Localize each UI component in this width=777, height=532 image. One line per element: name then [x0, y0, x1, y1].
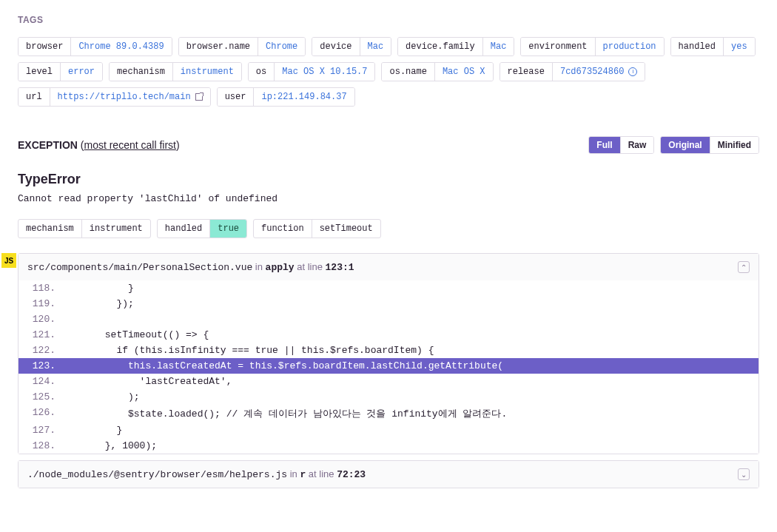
meta-value: instrument	[81, 220, 150, 238]
frame-in-text: in	[252, 261, 265, 272]
error-message: Cannot read property 'lastChild' of unde…	[18, 193, 759, 204]
meta-pill: mechanisminstrument	[18, 219, 151, 238]
meta-key: handled	[158, 220, 209, 238]
line-number: 126.	[18, 407, 70, 420]
chevron-up-icon[interactable]: ⌃	[738, 261, 750, 273]
code-line: 122. if (this.isInfinity === true || thi…	[18, 343, 758, 358]
meta-tags: mechanisminstrumenthandledtruefunctionse…	[18, 219, 759, 238]
tag-key: device	[312, 38, 359, 55]
line-number: 118.	[18, 283, 70, 294]
tag-value[interactable]: production	[595, 38, 664, 55]
frame-header[interactable]: src/components/main/PersonalSection.vue …	[18, 254, 758, 280]
code-line: 124. 'lastCreatedAt',	[18, 374, 758, 389]
chevron-down-icon[interactable]: ⌄	[738, 468, 750, 480]
tag-key: device.family	[398, 38, 482, 55]
tag-pill[interactable]: environmentproduction	[520, 37, 664, 56]
meta-value: setTimeout	[312, 220, 380, 238]
frame-at-line-text: at line	[306, 468, 337, 479]
js-badge-icon: JS	[1, 253, 16, 268]
tag-key: os	[249, 63, 274, 81]
exception-label: EXCEPTION	[18, 139, 78, 151]
tag-value[interactable]: instrument	[172, 63, 241, 81]
tag-pill[interactable]: userip:221.149.84.37	[217, 87, 355, 107]
tag-value[interactable]: yes	[723, 38, 755, 55]
toggle-group: Full Raw Original Minified	[588, 136, 759, 154]
meta-key: mechanism	[18, 220, 81, 238]
tag-key: level	[18, 63, 60, 81]
exception-header: EXCEPTION (most recent call first) Full …	[18, 136, 759, 154]
tag-pill[interactable]: handledyes	[670, 37, 756, 56]
tag-value[interactable]: Chrome	[258, 38, 305, 55]
code-line: 118. }	[18, 280, 758, 296]
frame-file: ./node_modules/@sentry/browser/esm/helpe…	[27, 469, 287, 480]
tag-value[interactable]: ip:221.149.84.37	[253, 88, 354, 106]
line-code: this.lastCreatedAt = this.$refs.boardIte…	[70, 360, 503, 371]
code-line: 127. }	[18, 422, 758, 438]
frame-file: src/components/main/PersonalSection.vue	[27, 262, 252, 273]
line-code: $state.loaded(); // 계속 데이터가 남아있다는 것을 inf…	[70, 407, 507, 420]
tag-value[interactable]: Mac OS X 10.15.7	[274, 63, 374, 81]
tag-pill[interactable]: device.familyMac	[397, 37, 514, 56]
line-code: }	[70, 283, 134, 294]
line-code: }, 1000);	[70, 440, 157, 451]
code-line: 126. $state.loaded(); // 계속 데이터가 남아있다는 것…	[18, 405, 758, 422]
line-number: 124.	[18, 376, 70, 387]
code-block: 118. }119. });120.121. setTimeout(() => …	[18, 280, 758, 454]
tag-value[interactable]: error	[60, 63, 102, 81]
meta-value: true	[209, 220, 246, 238]
line-code: );	[70, 391, 140, 403]
frame-function: apply	[266, 262, 295, 273]
tags-container: browserChrome 89.0.4389browser.nameChrom…	[18, 37, 759, 107]
tag-pill[interactable]: urlhttps://tripllo.tech/main	[18, 87, 211, 107]
tag-key: environment	[521, 38, 594, 55]
code-line: 119. });	[18, 296, 758, 312]
tag-pill[interactable]: levelerror	[18, 62, 103, 81]
line-number: 127.	[18, 425, 70, 436]
tag-key: os.name	[382, 63, 434, 81]
tag-key: handled	[671, 38, 723, 55]
tag-value[interactable]: https://tripllo.tech/main	[50, 88, 210, 106]
meta-pill: functionsetTimeout	[253, 219, 381, 238]
stack-order-link[interactable]: most recent call first	[84, 139, 175, 151]
tag-value[interactable]: Chrome 89.0.4389	[70, 38, 171, 55]
tag-pill[interactable]: os.nameMac OS X	[381, 62, 493, 81]
code-line-highlighted: 123. this.lastCreatedAt = this.$refs.boa…	[18, 358, 758, 374]
frame-at-line-text: at line	[295, 261, 326, 272]
meta-pill: handledtrue	[157, 219, 247, 238]
tag-key: url	[18, 88, 50, 106]
tag-pill[interactable]: browser.nameChrome	[178, 37, 306, 56]
line-number: 121.	[18, 329, 70, 340]
tag-value[interactable]: 7cd673524860i	[552, 63, 645, 81]
line-number: 128.	[18, 440, 70, 451]
tag-pill[interactable]: browserChrome 89.0.4389	[18, 37, 172, 56]
line-number: 123.	[18, 360, 70, 371]
frame-header[interactable]: ./node_modules/@sentry/browser/esm/helpe…	[18, 461, 758, 488]
stack-container: JS src/components/main/PersonalSection.v…	[18, 253, 759, 488]
line-number: 120.	[18, 314, 70, 325]
minified-button[interactable]: Minified	[710, 137, 758, 153]
tag-value[interactable]: Mac	[360, 38, 391, 55]
external-link-icon	[195, 93, 203, 101]
line-code: if (this.isInfinity === true || this.$re…	[70, 345, 434, 356]
original-button[interactable]: Original	[661, 137, 709, 153]
tag-pill[interactable]: mechanisminstrument	[109, 62, 242, 81]
code-line: 125. );	[18, 389, 758, 405]
tag-pill[interactable]: release7cd673524860i	[500, 62, 646, 81]
tag-pill[interactable]: deviceMac	[312, 37, 391, 56]
info-icon[interactable]: i	[628, 67, 637, 76]
tag-key: user	[218, 88, 254, 106]
tag-value[interactable]: Mac OS X	[434, 63, 493, 81]
tag-value[interactable]: Mac	[482, 38, 514, 55]
code-line: 120.	[18, 312, 758, 327]
paren: )	[176, 139, 180, 151]
full-button[interactable]: Full	[589, 137, 619, 153]
raw-button[interactable]: Raw	[620, 137, 654, 153]
code-line: 121. setTimeout(() => {	[18, 327, 758, 343]
tag-key: release	[500, 63, 552, 81]
line-number: 119.	[18, 298, 70, 309]
source-toggle-set: Original Minified	[660, 136, 759, 154]
tag-pill[interactable]: osMac OS X 10.15.7	[248, 62, 376, 81]
tag-key: mechanism	[110, 63, 172, 81]
meta-key: function	[254, 220, 312, 238]
line-number: 122.	[18, 345, 70, 356]
